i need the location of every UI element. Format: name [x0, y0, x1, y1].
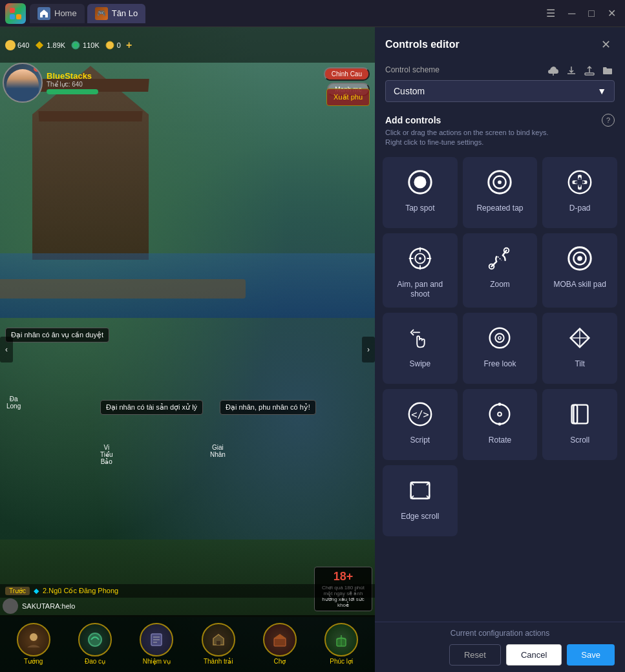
svg-point-28 [577, 179, 583, 185]
age-badge: 18+ [319, 570, 368, 583]
folder-icon[interactable] [600, 63, 615, 80]
edgescroll-icon [405, 476, 435, 505]
nav-dao-label: Đao cụ [85, 658, 105, 665]
add-controls-title: Add controls [385, 115, 441, 125]
script-label: Script [410, 436, 430, 446]
add-controls-section: Add controls ? Click or drag the actions… [375, 109, 625, 152]
svg-point-44 [577, 256, 582, 261]
tab-group: Home 🎮 Tân Lo [30, 4, 145, 23]
save-button[interactable]: Save [567, 644, 615, 666]
download-icon[interactable] [564, 63, 578, 80]
control-script[interactable]: </> Script [383, 389, 458, 460]
nav-tuong[interactable]: Tướng [17, 623, 50, 665]
chinh-cau-button[interactable]: Chinh Cau [324, 67, 370, 81]
coins-amount: 0 [117, 41, 121, 49]
svg-point-48 [499, 337, 501, 339]
svg-point-7 [106, 41, 114, 49]
svg-point-39 [419, 257, 421, 260]
nav-tuong-label: Tướng [24, 658, 43, 665]
panel-header: Controls editor ✕ [375, 27, 625, 59]
gold-icon [5, 40, 16, 50]
cancel-button[interactable]: Cancel [506, 644, 562, 666]
nav-thanh[interactable]: Thành trải [202, 623, 235, 665]
panel-close-button[interactable]: ✕ [597, 36, 615, 53]
scheme-icons [546, 63, 615, 80]
aim-label: Aim, pan and shoot [388, 280, 452, 300]
controls-grid: Tap spot Repeated tap [383, 157, 617, 536]
tab-game-label: Tân Lo [112, 8, 138, 18]
phuc-icon [324, 623, 358, 656]
control-repeated-tap[interactable]: Repeated tap [463, 157, 538, 228]
control-free-look[interactable]: Free look [463, 313, 538, 384]
tab-home[interactable]: Home [30, 4, 85, 23]
tap-spot-label: Tap spot [405, 204, 434, 214]
tuong-icon [17, 623, 50, 656]
close-button[interactable]: ✕ [604, 5, 620, 22]
add-resources-button[interactable]: + [126, 39, 132, 51]
svg-point-57 [498, 423, 502, 426]
chat-bubble-1: Đại nhân có ân vụ cần duyệt [5, 328, 109, 342]
moba-icon [565, 244, 595, 273]
minimize-button[interactable]: ─ [564, 5, 579, 22]
xuatphu-button[interactable]: Xuất phu [326, 89, 370, 106]
svg-marker-4 [36, 41, 43, 49]
export-icon[interactable] [582, 63, 597, 80]
swipe-icon [405, 323, 435, 353]
hp-fill [47, 89, 98, 94]
nav-arrow-right[interactable]: › [362, 337, 375, 362]
maximize-button[interactable]: □ [584, 5, 599, 22]
help-icon[interactable]: ? [602, 114, 615, 127]
coins-icon [105, 40, 115, 50]
swipe-label: Swipe [409, 359, 430, 370]
scheme-dropdown[interactable]: Custom ▼ [385, 80, 615, 102]
control-scheme-section: Control scheme [375, 59, 625, 109]
nav-dao[interactable]: Đao cụ [78, 623, 112, 665]
control-dpad[interactable]: D-pad [542, 157, 617, 228]
control-aim-pan-shoot[interactable]: Aim, pan and shoot [383, 233, 458, 308]
chat-avatar [3, 598, 18, 614]
nav-cho[interactable]: Chợ [263, 623, 297, 665]
tab-game[interactable]: 🎮 Tân Lo [87, 4, 145, 23]
control-scroll[interactable]: Scroll [542, 389, 617, 460]
svg-point-56 [498, 403, 502, 406]
repeated-tap-icon [485, 167, 514, 197]
control-moba-skill-pad[interactable]: MOBA skill pad [542, 233, 617, 308]
chat-bubble-2: Đại nhân có tài sản dợi xử lý [100, 400, 203, 415]
menu-button[interactable]: ☰ [542, 5, 559, 22]
edgescroll-label: Edge scroll [401, 512, 439, 522]
svg-rect-14 [217, 641, 220, 645]
rotate-icon [485, 399, 514, 429]
control-zoom[interactable]: Zoom [463, 233, 538, 308]
cho-icon [263, 623, 297, 656]
repeated-tap-label: Repeated tap [476, 204, 523, 214]
control-tap-spot[interactable]: Tap spot [383, 157, 458, 228]
dpad-label: D-pad [569, 204, 591, 214]
reset-button[interactable]: Reset [449, 644, 501, 666]
quest-text: 2.Ngũ Cốc Đăng Phong [43, 587, 118, 595]
char-vi-tieu-bao: ViTiểuBảo [100, 444, 113, 465]
nav-thanh-label: Thành trải [204, 658, 233, 665]
quest-prev[interactable]: Trước [5, 587, 30, 595]
controls-grid-container: Tap spot Repeated tap [375, 152, 625, 622]
control-rotate[interactable]: Rotate [463, 389, 538, 460]
nav-arrow-left[interactable]: ‹ [0, 337, 13, 362]
home-icon [37, 7, 50, 20]
zoom-icon [485, 244, 514, 273]
svg-point-21 [414, 176, 426, 188]
cloud-upload-icon[interactable] [546, 63, 560, 80]
scroll-label: Scroll [570, 436, 589, 446]
nav-nhiem[interactable]: Nhiệm vụ [140, 623, 173, 665]
control-edge-scroll[interactable]: Edge scroll [383, 465, 458, 536]
gold-resource: 640 [5, 40, 29, 50]
resource-bar: 640 1.89K 110K [0, 27, 375, 63]
svg-rect-15 [274, 638, 286, 646]
tilt-icon [565, 323, 595, 353]
control-swipe[interactable]: Swipe [383, 313, 458, 384]
control-tilt[interactable]: Tilt [542, 313, 617, 384]
add-controls-header: Add controls ? [385, 114, 615, 127]
scheme-label: Control scheme [385, 65, 440, 74]
nav-phuc[interactable]: Phúc lợi [324, 623, 358, 665]
current-config-label: Current configuration actions [385, 629, 615, 638]
zoom-label: Zoom [490, 280, 510, 290]
svg-point-55 [499, 413, 502, 415]
